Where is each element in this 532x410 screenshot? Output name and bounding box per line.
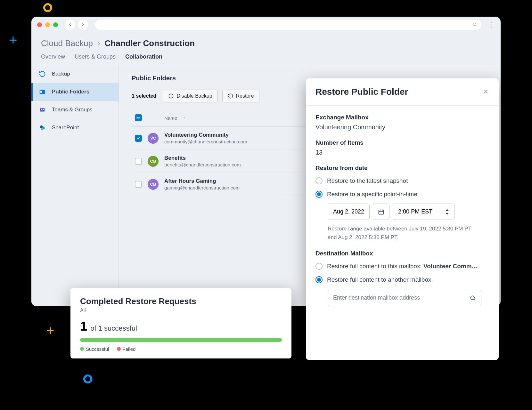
decoration-ring-yellow xyxy=(43,3,52,12)
dialog-title: Restore Public Folder xyxy=(315,87,408,97)
mailbox-label: Exchange Mailbox xyxy=(315,114,489,121)
svg-rect-3 xyxy=(40,91,42,93)
check-icon xyxy=(136,136,141,141)
restore-range-helper: Restore range available between July 19,… xyxy=(328,224,478,242)
svg-marker-20 xyxy=(446,213,449,215)
sidebar-item-label: Public Folders xyxy=(52,89,89,95)
select-all-checkbox[interactable] xyxy=(135,114,142,121)
svg-point-0 xyxy=(473,23,476,25)
backup-icon xyxy=(38,70,46,78)
legend: Successful Failed xyxy=(80,346,282,352)
more-menu-button[interactable]: ⋮ xyxy=(488,21,495,28)
legend-failed: Failed xyxy=(117,346,136,352)
stepper-icon xyxy=(445,209,449,215)
items-value: 13 xyxy=(315,149,489,156)
nav-back-button[interactable] xyxy=(65,20,75,30)
folder-name: After Hours Gaming xyxy=(164,178,240,184)
completed-requests-card: Completed Restore Requests All 1 of 1 su… xyxy=(70,288,291,358)
svg-line-1 xyxy=(475,25,476,26)
url-bar[interactable] xyxy=(95,20,481,30)
date-time-inputs: Aug 2, 2022 2:00 PM EST xyxy=(328,204,489,220)
sidebar-item-label: SharePoint xyxy=(52,125,79,131)
folder-name: Benefits xyxy=(164,155,241,161)
search-icon xyxy=(470,295,476,301)
destination-radio-group: Restore full content to this mailbox: Vo… xyxy=(315,260,489,306)
date-input[interactable]: Aug 2, 2022 xyxy=(328,204,370,220)
svg-point-5 xyxy=(41,109,42,110)
card-title: Completed Restore Requests xyxy=(80,296,282,306)
time-input[interactable]: 2:00 PM EST xyxy=(393,204,454,220)
chevron-right-icon: › xyxy=(97,38,100,48)
decoration-plus-blue: + xyxy=(9,32,17,48)
arrow-left-icon xyxy=(68,22,72,27)
radio-button[interactable] xyxy=(315,276,323,283)
radio-label: Restore to the latest snapshot xyxy=(327,177,408,184)
folder-email: gaming@chandlerconstruction.com xyxy=(164,185,240,190)
radio-dest-other-mailbox[interactable]: Restore full content to another mailbox. xyxy=(315,273,489,286)
radio-point-in-time[interactable]: Restore to a specific point-in-time xyxy=(315,188,489,201)
folder-name: Volunteering Community xyxy=(164,132,247,138)
radio-button[interactable] xyxy=(315,177,323,184)
stat-number: 1 xyxy=(80,319,87,334)
items-label: Number of Items xyxy=(315,139,489,146)
stat-label: of 1 successful xyxy=(90,324,137,333)
restore-button[interactable]: Restore xyxy=(222,90,259,102)
maximize-window-button[interactable] xyxy=(53,22,58,27)
radio-label: Restore full content to this mailbox: Vo… xyxy=(327,263,481,270)
calendar-button[interactable] xyxy=(373,204,389,220)
sidebar-item-label: Teams & Groups xyxy=(52,107,93,113)
restore-date-radio-group: Restore to the latest snapshot Restore t… xyxy=(315,174,489,242)
dialog-header: Restore Public Folder xyxy=(306,78,499,106)
time-value: 2:00 PM EST xyxy=(398,208,432,215)
destination-label: Destination Mailbox xyxy=(315,250,489,257)
folder-email: community@chandlerconstruction.com xyxy=(164,139,247,144)
avatar: CB xyxy=(148,156,159,167)
restore-icon xyxy=(228,93,233,99)
radio-button[interactable] xyxy=(315,263,323,270)
minimize-window-button[interactable] xyxy=(45,22,50,27)
close-button[interactable] xyxy=(483,87,489,97)
sort-icon xyxy=(183,116,186,119)
sidebar-item-sharepoint[interactable]: SharePoint xyxy=(31,119,119,137)
radio-label: Restore full content to another mailbox. xyxy=(327,276,433,283)
svg-rect-15 xyxy=(379,210,384,214)
tab-users-groups[interactable]: Users & Groups xyxy=(75,53,116,65)
restore-date-label: Restore from date xyxy=(315,165,489,172)
breadcrumb-current: Chandler Construction xyxy=(105,38,195,48)
button-label: Restore xyxy=(236,93,254,99)
search-icon xyxy=(472,22,477,28)
radio-button[interactable] xyxy=(315,191,323,198)
teams-icon xyxy=(38,106,46,114)
nav-arrows xyxy=(65,20,88,30)
radio-latest-snapshot[interactable]: Restore to the latest snapshot xyxy=(315,174,489,188)
legend-dot-failed-icon xyxy=(117,347,121,351)
progress-bar xyxy=(80,338,282,342)
decoration-ring-blue xyxy=(83,374,92,383)
sidebar: Backup Public Folders Teams & Groups Sha… xyxy=(31,65,119,305)
folder-email: benefits@chandlerconstruction.com xyxy=(164,162,241,167)
row-checkbox[interactable] xyxy=(135,158,142,165)
svg-line-22 xyxy=(474,299,475,300)
svg-point-6 xyxy=(43,109,44,110)
sharepoint-icon xyxy=(38,124,46,132)
nav-forward-button[interactable] xyxy=(78,20,88,30)
mailbox-value: Volunteering Community xyxy=(315,124,489,131)
column-header-name[interactable]: Name xyxy=(164,115,177,121)
exchange-icon xyxy=(38,88,46,96)
row-checkbox[interactable] xyxy=(135,181,142,188)
destination-mailbox-input[interactable]: Enter destination mailbox address xyxy=(328,290,481,306)
radio-dest-this-mailbox[interactable]: Restore full content to this mailbox: Vo… xyxy=(315,260,489,273)
breadcrumb-root[interactable]: Cloud Backup xyxy=(41,38,93,48)
tab-collaboration[interactable]: Collaboration xyxy=(125,53,162,65)
disable-backup-button[interactable]: Disable Backup xyxy=(163,90,217,102)
tab-overview[interactable]: Overview xyxy=(41,53,65,65)
close-window-button[interactable] xyxy=(37,22,42,27)
sidebar-item-public-folders[interactable]: Public Folders xyxy=(31,83,119,101)
breadcrumb: Cloud Backup › Chandler Construction xyxy=(31,33,501,48)
sidebar-item-teams-groups[interactable]: Teams & Groups xyxy=(31,101,119,119)
svg-point-9 xyxy=(41,128,43,130)
row-checkbox[interactable] xyxy=(135,135,142,142)
sidebar-item-backup[interactable]: Backup xyxy=(31,65,119,83)
dialog-body: Exchange Mailbox Volunteering Community … xyxy=(306,106,499,323)
arrow-right-icon xyxy=(81,22,85,27)
